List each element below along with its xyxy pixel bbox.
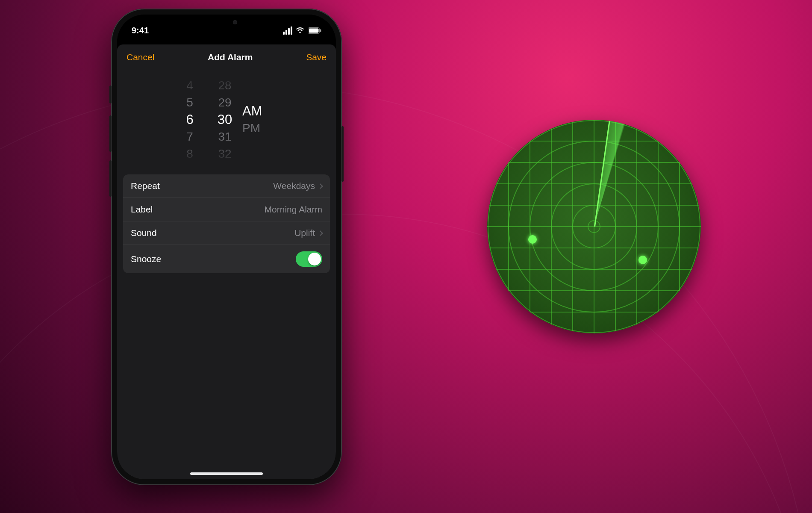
ampm-selected: AM [242, 103, 281, 120]
mute-switch[interactable] [109, 86, 112, 103]
status-time: 9:41 [132, 26, 149, 35]
svg-rect-1 [309, 28, 319, 32]
snooze-row: Snooze [123, 245, 330, 273]
sheet-title: Add Alarm [208, 52, 253, 62]
save-button[interactable]: Save [306, 52, 327, 62]
notch [186, 15, 267, 30]
sound-value: Uplift [294, 228, 315, 238]
time-picker[interactable]: 3 4 5 6 7 8 9 27 28 29 [122, 73, 331, 167]
label-value: Morning Alarm [265, 204, 322, 215]
cancel-button[interactable]: Cancel [127, 52, 154, 62]
repeat-row[interactable]: Repeat Weekdays [123, 174, 330, 198]
sound-row[interactable]: Sound Uplift [123, 221, 330, 245]
snooze-toggle[interactable] [296, 251, 322, 267]
wifi-icon [295, 27, 305, 34]
radar-graphic [487, 120, 701, 333]
label-label: Label [131, 204, 153, 215]
radar-blip [528, 235, 537, 244]
volume-down-button[interactable] [109, 160, 112, 197]
radar-blip [638, 256, 647, 264]
sound-label: Sound [131, 228, 157, 238]
sheet-header: Cancel Add Alarm Save [117, 44, 336, 70]
hour-column[interactable]: 3 4 5 6 7 8 9 [172, 73, 207, 167]
svg-rect-2 [320, 29, 321, 32]
minute-selected: 30 [207, 111, 242, 128]
minute-column[interactable]: 27 28 29 30 31 32 33 [207, 73, 242, 167]
chevron-right-icon [318, 183, 323, 189]
cellular-icon [283, 27, 292, 35]
chevron-right-icon [318, 230, 323, 236]
repeat-value: Weekdays [273, 181, 315, 191]
hour-selected: 6 [172, 111, 207, 128]
radar-sweep [594, 121, 701, 241]
home-indicator[interactable] [190, 472, 263, 475]
repeat-label: Repeat [131, 181, 160, 191]
phone-frame: 9:41 Cancel Add Alarm Save [111, 9, 342, 485]
battery-icon [308, 27, 321, 34]
snooze-label: Snooze [131, 254, 161, 264]
side-button[interactable] [341, 126, 344, 182]
add-alarm-sheet: Cancel Add Alarm Save 3 4 5 6 7 8 [117, 44, 336, 479]
volume-up-button[interactable] [109, 115, 112, 152]
ampm-column[interactable]: AM PM [242, 73, 281, 167]
alarm-settings-list: Repeat Weekdays Label Morning Alarm Soun… [123, 174, 330, 273]
label-row[interactable]: Label Morning Alarm [123, 198, 330, 221]
phone-screen: 9:41 Cancel Add Alarm Save [117, 15, 336, 479]
front-camera [233, 20, 237, 24]
